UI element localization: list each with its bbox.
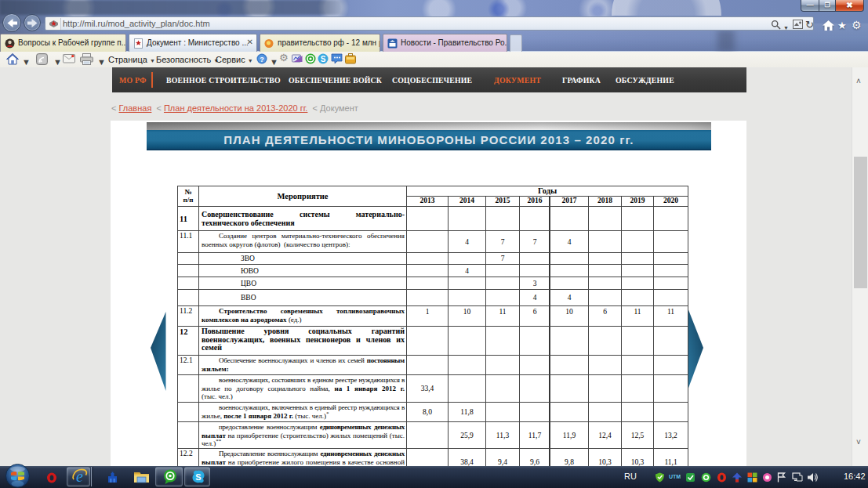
- svg-text:S: S: [195, 472, 201, 482]
- svg-text:?: ?: [260, 56, 264, 63]
- svg-text:S: S: [321, 55, 326, 63]
